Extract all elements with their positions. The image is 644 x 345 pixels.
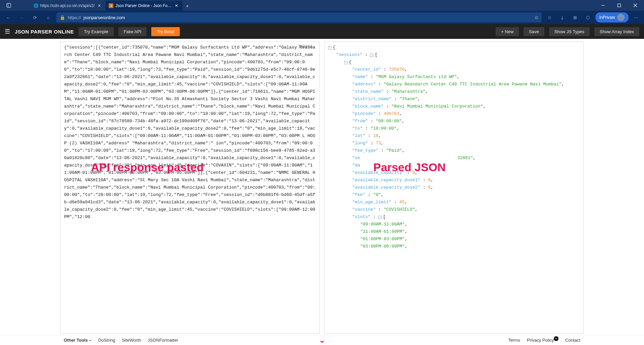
chevron-down-icon[interactable]: ⌄ [319,336,325,345]
parsed-json-tree[interactable]: -{"sessions" : -[-{"center_id" : 735070,… [325,42,583,333]
close-badge-icon[interactable]: ✕ [554,336,558,341]
browser-tab-1[interactable]: 🌐 https://cdn-api.co-vin.in/api/v2/ ✕ [30,1,105,11]
extensions-icon[interactable]: ⬡ [583,12,593,23]
globe-icon: 🌐 [34,3,38,8]
url-host: jsonparseronline.com [84,15,125,20]
browser-tab-2[interactable]: J Json Parser Online - Json Format ✕ [105,1,182,11]
new-tab-button[interactable]: ＋ [182,1,192,11]
close-window-icon[interactable] [628,0,643,10]
back-icon[interactable]: ← [3,12,13,23]
fake-api-button[interactable]: Fake API [118,27,147,36]
try-example-button[interactable]: Try Example [78,27,113,36]
save-button[interactable]: Save [524,27,544,36]
new-button[interactable]: + New [496,27,519,36]
tab-title: https://cdn-api.co-vin.in/api/v2/ [40,3,95,8]
parsed-json-pane[interactable]: -{"sessions" : -[-{"center_id" : 735070,… [324,42,584,334]
url-prefix: https:// [68,15,81,20]
collections-icon[interactable]: ⊞ [570,12,581,23]
reader-icon[interactable]: ✩ [535,15,538,20]
home-icon[interactable]: ⌂ [43,12,54,23]
footer-link-siteworth[interactable]: SiteWorth [122,338,141,343]
show-array-index-button[interactable]: Show Array Index [594,27,639,36]
tab-strip: 🌐 https://cdn-api.co-vin.in/api/v2/ ✕ J … [18,0,192,11]
svg-rect-0 [7,3,11,7]
footer-link-terms[interactable]: Terms [508,338,520,343]
footer-label: Other Tools – [64,338,92,343]
favorites-icon[interactable]: ✩ [544,12,555,23]
menu-icon[interactable]: ☰ [5,28,10,35]
window-titlebar: 🌐 https://cdn-api.co-vin.in/api/v2/ ✕ J … [0,0,644,11]
show-js-types-button[interactable]: Show JS Types [549,27,590,36]
footer-link-contact[interactable]: Contact [565,338,580,343]
close-icon[interactable]: ✕ [97,3,102,8]
tab-actions-icon[interactable] [1,0,16,10]
app-toolbar: ☰ JSON PARSER ONLINE Try Example Fake AP… [0,24,644,39]
footer-link-jsonformatter[interactable]: JSONFormatter [148,338,178,343]
footer: Other Tools – DoString SiteWorth JSONFor… [0,335,644,345]
downloads-icon[interactable]: ⭳ [557,12,568,23]
refresh-icon[interactable]: ⟳ [30,12,40,23]
lock-icon: 🔒 [60,15,65,20]
footer-link-privacy[interactable]: Privacy Policy [527,338,554,343]
minimize-icon[interactable] [596,0,610,10]
raw-json-text[interactable]: {"sessions":[{"center_id":735070,"name":… [61,42,319,333]
url-input[interactable]: 🔒 https://jsonparseronline.com ✩ [56,12,542,22]
app-brand: JSON PARSER ONLINE [15,29,74,34]
avatar-icon [617,14,625,21]
site-favicon-icon: J [109,3,113,8]
inprivate-badge[interactable]: InPrivate [595,12,629,22]
maximize-icon[interactable] [612,0,627,10]
more-icon[interactable]: ⋯ [631,12,641,23]
footer-link-dostring[interactable]: DoString [98,338,115,343]
close-icon[interactable]: ✕ [174,3,179,8]
address-bar: ← → ⟳ ⌂ 🔒 https://jsonparseronline.com ✩… [0,11,644,24]
try-beta-button[interactable]: Try Beta! [151,27,179,36]
raw-json-pane[interactable]: Expand {"sessions":[{"center_id":735070,… [60,42,320,334]
svg-rect-3 [618,4,621,7]
tab-title: Json Parser Online - Json Format [115,3,172,8]
workspace: Expand {"sessions":[{"center_id":735070,… [0,39,644,335]
forward-icon[interactable]: → [16,12,27,23]
